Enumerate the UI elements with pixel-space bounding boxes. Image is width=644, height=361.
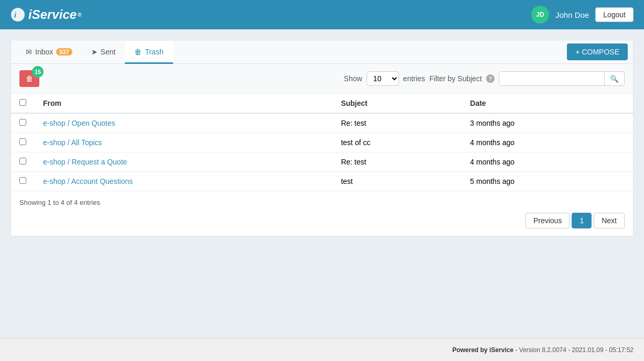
from-link-0[interactable]: e-shop / Open Quotes <box>43 119 115 127</box>
header-from: From <box>35 94 332 113</box>
row-from-3: e-shop / Account Questions <box>35 172 332 191</box>
from-link-2[interactable]: e-shop / Request a Quote <box>43 158 127 166</box>
row-date-0: 3 months ago <box>461 113 633 133</box>
search-icon: 🔍 <box>610 75 619 83</box>
tab-trash[interactable]: 🗑 Trash <box>125 41 173 64</box>
row-checkbox-cell <box>11 152 35 172</box>
row-from-1: e-shop / All Topics <box>35 133 332 152</box>
inbox-badge: 537 <box>56 48 72 56</box>
showing-text: Showing 1 to 4 of 4 entries <box>19 199 625 206</box>
tabs-left: ✉ Inbox 537 ➤ Sent 🗑 Trash <box>16 41 173 63</box>
pagination-area: Showing 1 to 4 of 4 entries Previous 1 N… <box>11 191 633 236</box>
filter-input-group: 🔍 <box>499 71 625 86</box>
inbox-icon: ✉ <box>26 48 32 56</box>
header-subject: Subject <box>332 94 461 113</box>
from-link-1[interactable]: e-shop / All Topics <box>43 138 102 147</box>
header: i iService ® JD John Doe Logout <box>0 0 644 29</box>
table-row: e-shop / Open Quotes Re: test 3 months a… <box>11 113 633 133</box>
delete-button[interactable]: 🗑 15 <box>19 70 39 87</box>
table-row: e-shop / Request a Quote Re: test 4 mont… <box>11 152 633 172</box>
from-link-3[interactable]: e-shop / Account Questions <box>43 177 133 185</box>
footer-brand: Powered by iService <box>452 346 513 354</box>
table-body: e-shop / Open Quotes Re: test 3 months a… <box>11 113 633 191</box>
row-subject-1: test of cc <box>332 133 461 152</box>
previous-button[interactable]: Previous <box>525 213 570 228</box>
row-from-0: e-shop / Open Quotes <box>35 113 332 133</box>
mail-table: From Subject Date e-shop / Open Quotes R… <box>11 94 633 191</box>
filter-by-subject-label: Filter by Subject <box>430 74 482 83</box>
header-date: Date <box>461 94 633 113</box>
page-1-button[interactable]: 1 <box>572 213 592 228</box>
logout-button[interactable]: Logout <box>595 7 634 22</box>
entries-select[interactable]: 10 25 50 100 <box>367 71 399 86</box>
row-date-1: 4 months ago <box>461 133 633 152</box>
row-checkbox-2[interactable] <box>19 158 26 165</box>
table-container: From Subject Date e-shop / Open Quotes R… <box>11 94 633 191</box>
main-content: ✉ Inbox 537 ➤ Sent 🗑 Trash + COMPOSE 🗑 <box>0 29 644 338</box>
row-checkbox-1[interactable] <box>19 138 26 145</box>
row-checkbox-3[interactable] <box>19 177 26 184</box>
row-subject-2: Re: test <box>332 152 461 172</box>
show-entries-group: Show 10 25 50 100 entries Filter by Subj… <box>344 71 625 86</box>
inbox-tab-label: Inbox <box>35 48 53 56</box>
compose-button[interactable]: + COMPOSE <box>567 43 628 60</box>
sent-icon: ➤ <box>91 48 98 56</box>
footer-version: - Version 8.2.0074 - 2021.01.09 - 05:17:… <box>516 346 634 354</box>
row-date-3: 5 months ago <box>461 172 633 191</box>
footer: Powered by iService - Version 8.2.0074 -… <box>0 338 644 361</box>
delete-icon: 🗑 <box>26 74 33 83</box>
svg-point-0 <box>11 8 25 21</box>
tabs-bar: ✉ Inbox 537 ➤ Sent 🗑 Trash + COMPOSE <box>11 40 633 64</box>
avatar: JD <box>531 6 549 24</box>
row-checkbox-0[interactable] <box>19 119 26 126</box>
header-right: JD John Doe Logout <box>531 6 634 24</box>
row-checkbox-cell <box>11 113 35 133</box>
filter-input[interactable] <box>499 72 604 85</box>
row-subject-3: test <box>332 172 461 191</box>
row-checkbox-cell <box>11 133 35 152</box>
logo: i iService ® <box>10 7 81 22</box>
show-label: Show <box>344 74 362 83</box>
row-from-2: e-shop / Request a Quote <box>35 152 332 172</box>
filter-info-icon: ? <box>486 74 495 83</box>
delete-badge: 15 <box>32 66 44 78</box>
next-button[interactable]: Next <box>594 213 625 228</box>
entries-label: entries <box>403 74 425 83</box>
table-header-row: From Subject Date <box>11 94 633 113</box>
toolbar: 🗑 15 Show 10 25 50 100 entries Filter by… <box>11 64 633 94</box>
username-label: John Doe <box>555 10 589 19</box>
header-checkbox-cell <box>11 94 35 113</box>
pagination: Previous 1 Next <box>19 213 625 228</box>
trash-tab-label: Trash <box>145 48 163 56</box>
tab-inbox[interactable]: ✉ Inbox 537 <box>16 41 82 64</box>
search-button[interactable]: 🔍 <box>604 72 624 85</box>
mail-card: ✉ Inbox 537 ➤ Sent 🗑 Trash + COMPOSE 🗑 <box>10 40 634 236</box>
sent-tab-label: Sent <box>101 48 116 56</box>
row-checkbox-cell <box>11 172 35 191</box>
trash-icon: 🗑 <box>134 48 142 56</box>
table-row: e-shop / Account Questions test 5 months… <box>11 172 633 191</box>
select-all-checkbox[interactable] <box>19 99 26 106</box>
table-row: e-shop / All Topics test of cc 4 months … <box>11 133 633 152</box>
row-date-2: 4 months ago <box>461 152 633 172</box>
tab-sent[interactable]: ➤ Sent <box>82 41 125 64</box>
row-subject-0: Re: test <box>332 113 461 133</box>
